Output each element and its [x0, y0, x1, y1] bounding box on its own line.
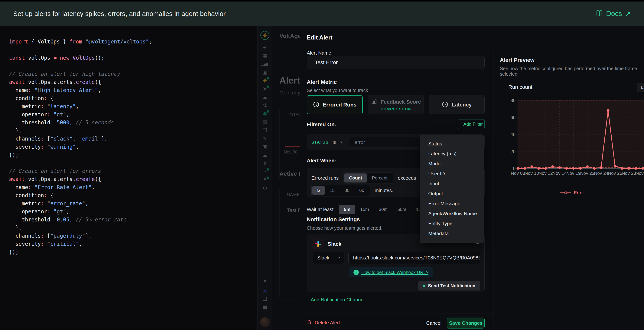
code-line	[9, 46, 152, 54]
delete-label: Delete Alert	[315, 320, 340, 326]
sidebar-item-database-icon[interactable]: ▤	[258, 118, 272, 126]
sidebar-item-gear-icon[interactable]: ⚙	[258, 184, 272, 192]
user-avatar[interactable]	[260, 317, 270, 327]
sidebar-item-cpu-icon[interactable]: ▣	[258, 68, 272, 76]
dropdown-item-input[interactable]: Input	[420, 179, 484, 189]
save-changes-button[interactable]: Save Changes	[447, 318, 484, 329]
sidebar-item-doc-icon[interactable]: ❏	[258, 295, 272, 303]
add-notification-channel-link[interactable]: + Add Notification Channel	[307, 297, 364, 303]
metric-option-errored-runs[interactable]: Errored Runs	[307, 95, 363, 114]
seg-wait-option-60m[interactable]: 60m	[392, 205, 411, 214]
docs-link[interactable]: Docs ↗	[596, 9, 631, 18]
time-range-button[interactable]: Las	[637, 83, 644, 92]
trash-icon	[307, 320, 312, 326]
seg-mode-option-percent[interactable]: Percent	[367, 173, 392, 182]
code-line: metric: "latency",	[9, 102, 152, 110]
filter-operator[interactable]: is	[333, 140, 336, 145]
code-line: // Create an alert for high latency	[9, 70, 152, 78]
slack-webhook-help-link[interactable]: i How to get Slack Webhook URL?	[349, 268, 433, 277]
notification-dot	[266, 176, 269, 179]
chevron-down-icon[interactable]	[339, 140, 344, 145]
sidebar-item-cloud-icon[interactable]: ☁	[258, 93, 272, 101]
webhook-url-input[interactable]: https://hooks.slack.com/services/T08N9EQ…	[348, 252, 480, 264]
bars-icon	[371, 98, 377, 106]
filter-field-select[interactable]: STATUS	[312, 140, 328, 145]
metric-option-latency[interactable]: Latency	[429, 95, 484, 114]
chart-title: Run count	[508, 84, 532, 90]
svg-text:40: 40	[510, 132, 516, 137]
dropdown-item-error-message[interactable]: Error Message	[420, 199, 484, 209]
metric-option-feedback-score[interactable]: Feedback ScoreCOMING SOON	[368, 95, 424, 114]
sidebar-item-upload-icon[interactable]: ⇧	[258, 159, 272, 167]
notification-dot	[266, 85, 269, 88]
sidebar-item-flask-icon[interactable]: ⚗	[258, 101, 272, 110]
svg-text:Nov 19: Nov 19	[566, 171, 580, 176]
seg-wait-option-15m[interactable]: 15m	[355, 205, 374, 214]
alert-metric-heading: Alert Metric	[307, 79, 337, 85]
coming-soon-badge: COMING SOON	[380, 107, 411, 111]
wait-at-least-label: Wait at least	[307, 207, 334, 212]
sidebar-item-discord-icon[interactable]: ◉	[258, 286, 272, 295]
delete-alert-button[interactable]: Delete Alert	[307, 320, 340, 326]
alert-name-input[interactable]: Test Error	[307, 56, 484, 69]
add-filter-button[interactable]: + Add Filter	[458, 119, 484, 129]
dropdown-item-user-id[interactable]: User ID	[420, 169, 484, 179]
svg-text:20: 20	[510, 149, 516, 154]
voltagent-logo[interactable]: ⚡	[260, 31, 270, 40]
sidebar-item-rocket-icon[interactable]: ➤	[258, 43, 272, 52]
sidebar-item-cpu-2-icon[interactable]: ▣	[258, 143, 272, 151]
code-line: });	[9, 151, 152, 159]
code-block: import { VoltOps } from "@voltagent/volt…	[9, 38, 152, 256]
sidebar-item-gift-icon[interactable]: ▩	[258, 303, 272, 311]
dropdown-item-agent-workflow-name[interactable]: Agent/Workflow Name	[420, 209, 484, 219]
cancel-button[interactable]: Cancel	[426, 320, 442, 326]
notification-settings-heading: Notification Settings	[307, 216, 360, 223]
seg-mode-option-count[interactable]: Count	[344, 173, 367, 182]
svg-text:60: 60	[510, 115, 516, 120]
send-test-notification-button[interactable]: Send Test Notification	[418, 281, 480, 291]
seg-window-option-5[interactable]: 5	[312, 186, 325, 195]
modal-header	[300, 26, 644, 50]
seg-wait-option-5m[interactable]: 5m	[339, 205, 355, 214]
book-icon	[596, 9, 603, 18]
code-line: // Create an alert for errors	[9, 167, 152, 175]
sidebar-item-chat-icon[interactable]: ❝	[258, 176, 272, 184]
errored-runs-label: Errored runs	[312, 175, 339, 181]
code-line: condition: {	[9, 94, 152, 102]
code-line: await voltOps.alerts.create({	[9, 175, 152, 183]
code-line: });	[9, 248, 152, 256]
chevron-down-icon	[336, 256, 341, 260]
sidebar-item-bar-chart-icon[interactable]: ▂▅▇	[258, 60, 272, 68]
code-line: threshold: 0.05, // 5% error rate	[9, 216, 152, 224]
dropdown-item-entity-type[interactable]: Entity Type	[420, 219, 484, 229]
sidebar-item-edit-icon[interactable]: ✎	[258, 134, 272, 143]
sidebar-item-clock-icon[interactable]: ◔	[258, 167, 272, 176]
sidebar-item-send-icon[interactable]: ➤	[258, 85, 272, 93]
dropdown-item-status[interactable]: Status	[420, 139, 484, 149]
seg-window-option-30[interactable]: 30	[340, 186, 354, 195]
dropdown-item-metadata[interactable]: Metadata	[420, 229, 484, 239]
dropdown-item-model[interactable]: Model	[420, 159, 484, 169]
sidebar-item-cloud-2-icon[interactable]: ☁	[258, 151, 272, 159]
code-line: import { VoltOps } from "@voltagent/volt…	[9, 38, 152, 46]
sidebar-item-file-icon[interactable]: ❏	[258, 126, 272, 134]
seg-window-option-60[interactable]: 60	[354, 186, 369, 195]
alert-preview-heading: Alert Preview	[500, 57, 534, 63]
svg-text:Nov 10: Nov 10	[525, 171, 539, 176]
sidebar-item-zap-icon[interactable]: ⚡	[258, 76, 272, 85]
code-line: operator: "gt",	[9, 110, 152, 119]
dropdown-item-latency-ms-[interactable]: Latency (ms)	[420, 149, 484, 159]
notification-settings-subheading: Choose how your team gets alerted.	[307, 225, 382, 231]
filtered-on-label: Filtered On:	[307, 122, 336, 128]
alert-when-label: Alert When:	[307, 158, 336, 164]
channel-type-select[interactable]: Slack	[312, 252, 344, 264]
sidebar-item-bell-icon[interactable]	[258, 110, 272, 118]
sidebar-item-apps-grid-icon[interactable]: ▦	[258, 52, 272, 60]
dropdown-item-output[interactable]: Output	[420, 189, 484, 199]
seg-window-option-15[interactable]: 15	[325, 186, 340, 195]
table-col-header: NAME	[287, 192, 300, 197]
notification-dot	[266, 168, 269, 171]
clock-icon	[442, 101, 448, 108]
seg-wait-option-30m[interactable]: 30m	[374, 205, 392, 214]
sidebar-item-feedback-icon[interactable]: ❞	[258, 278, 272, 286]
